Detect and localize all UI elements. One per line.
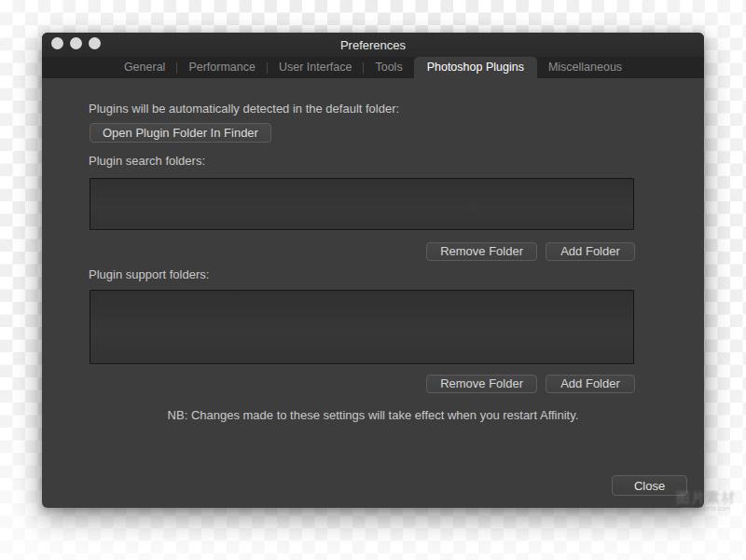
window-title: Preferences [42,33,704,57]
support-folders-button-row: Remove Folder Add Folder [90,375,635,393]
tab-photoshop-plugins[interactable]: Photoshop Plugins [414,57,537,78]
auto-detect-info-text: Plugins will be automatically detected i… [89,102,399,116]
restart-required-note: NB: Changes made to these settings will … [42,408,704,422]
tab-tools[interactable]: Tools [364,57,413,78]
add-search-folder-button[interactable]: Add Folder [546,242,635,261]
remove-support-folder-button[interactable]: Remove Folder [426,375,537,393]
tab-panel-photoshop-plugins: Plugins will be automatically detected i… [42,78,704,508]
tab-general[interactable]: General [113,57,176,78]
add-support-folder-button[interactable]: Add Folder [546,375,635,393]
plugin-search-folders-label: Plugin search folders: [89,154,205,168]
plugin-search-folders-listbox[interactable] [90,178,634,230]
close-button[interactable]: Close [612,475,687,496]
open-plugin-folder-button[interactable]: Open Plugin Folder In Finder [90,123,271,143]
search-folders-button-row: Remove Folder Add Folder [90,242,635,261]
tab-performance[interactable]: Performance [177,57,267,78]
tab-bar: General Performance User Interface Tools… [42,57,704,78]
tab-miscellaneous[interactable]: Miscellaneous [537,57,633,78]
remove-search-folder-button[interactable]: Remove Folder [426,242,537,261]
tab-user-interface[interactable]: User Interface [268,57,364,78]
plugin-support-folders-label: Plugin support folders: [89,267,209,281]
titlebar: Preferences [42,33,704,57]
preferences-window: Preferences General Performance User Int… [42,33,704,508]
plugin-support-folders-listbox[interactable] [90,290,634,364]
